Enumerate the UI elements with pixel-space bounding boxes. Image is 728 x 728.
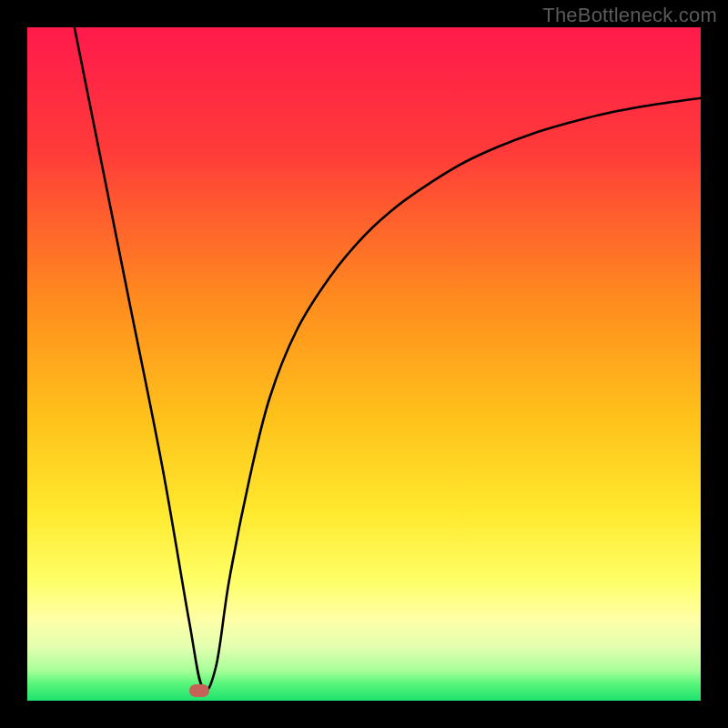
gradient-background [27,27,701,701]
watermark-text: TheBottleneck.com [542,4,717,27]
plot-svg [27,27,701,701]
plot-area [27,27,701,701]
chart-frame: TheBottleneck.com [0,0,728,728]
optimal-point-marker [189,684,209,697]
